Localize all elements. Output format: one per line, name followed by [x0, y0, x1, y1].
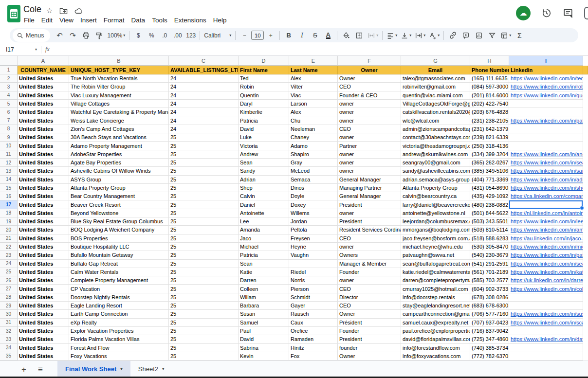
cell-F22[interactable]: owner	[338, 243, 401, 251]
cell-G16[interactable]: calvin@bearcountry.ca	[401, 192, 470, 200]
cell-G18[interactable]: antoinette@yellowstone.nl	[401, 209, 470, 217]
cell-B28[interactable]: Doorstep Nightly Rentals	[69, 293, 169, 302]
cell-H8[interactable]: (231) 642-1379	[470, 125, 509, 133]
row-header-29[interactable]: 29	[0, 302, 18, 310]
cell-I7[interactable]: https://www.linkedin.com/in/pat	[509, 116, 583, 125]
cell-C3[interactable]: 24	[169, 83, 239, 91]
formula-input[interactable]	[50, 43, 588, 55]
cell-F18[interactable]: owner	[338, 209, 401, 217]
cell-B18[interactable]: Beyond Yellowstone	[69, 209, 169, 217]
cell-B26[interactable]: Complete Property Management	[69, 276, 169, 285]
vertical-align-button[interactable]: ▾	[399, 30, 413, 41]
create-filter-button[interactable]	[486, 30, 498, 41]
cell-H24[interactable]: (541) 291-2591	[470, 260, 509, 268]
cell-E18[interactable]: Willems	[289, 209, 338, 217]
cell-E28[interactable]: Schmidt	[289, 293, 338, 302]
cell-B19[interactable]: Blue Sky Real Estate Group Columbus	[69, 217, 169, 226]
cell-B3[interactable]: The Robin Vilter Group	[69, 83, 169, 91]
row-header-3[interactable]: 3	[0, 83, 18, 91]
cell-H30[interactable]: (706) 577-7160	[470, 310, 509, 318]
cell-B22[interactable]: Boutique Hospitality LLC	[69, 243, 169, 251]
cell-E11[interactable]: Shapiro	[289, 150, 338, 159]
cell-A4[interactable]: United States	[18, 91, 69, 100]
cell-A22[interactable]: United States	[18, 243, 69, 251]
cell-D4[interactable]: Quentin	[239, 91, 289, 100]
cell-B12[interactable]: Agate Bay Properties	[69, 159, 169, 167]
cell-F11[interactable]: owner	[338, 150, 401, 159]
cell-H34[interactable]: (740) 385-3734	[470, 344, 509, 352]
cell-H6[interactable]: (203) 676-4828	[470, 108, 509, 116]
cell-D34[interactable]: Sabrina	[239, 344, 289, 352]
cell-E5[interactable]: Larson	[289, 100, 338, 108]
table-views-button[interactable]: ▾	[499, 30, 513, 41]
cell-A9[interactable]: United States	[18, 133, 69, 142]
cell-B35[interactable]: Foxy Vacations	[69, 352, 169, 360]
cell-I21[interactable]: https://au.linkedin.com/in/jaco-f	[509, 234, 583, 243]
increase-font-size-button[interactable]: +	[264, 30, 277, 41]
cell-H27[interactable]: (604) 902-3733	[470, 285, 509, 293]
row-header-22[interactable]: 22	[0, 243, 18, 251]
cell-G6[interactable]: catskillvacation.rentals2020@gm	[401, 108, 470, 116]
row-header-20[interactable]: 20	[0, 226, 18, 234]
cell-I34[interactable]	[509, 344, 583, 352]
cell-C7[interactable]: 24	[169, 116, 239, 125]
cell-A25[interactable]: United States	[18, 268, 69, 276]
cell-A35[interactable]: United States	[18, 352, 69, 360]
cell-A5[interactable]: United States	[18, 100, 69, 108]
cell-H22[interactable]: (530) 305-8470	[470, 243, 509, 251]
cell-C30[interactable]: 25	[169, 310, 239, 318]
cell-G4[interactable]: quentin@viac-miami.com	[401, 91, 470, 100]
row-header-32[interactable]: 32	[0, 327, 18, 335]
cell-A6[interactable]: United States	[18, 108, 69, 116]
cell-F26[interactable]: owner	[338, 276, 401, 285]
font-select[interactable]: Calibri▾	[202, 30, 233, 41]
row-header-23[interactable]: 23	[0, 251, 18, 259]
cell-E16[interactable]: Doyle	[289, 192, 338, 200]
cell-H9[interactable]: (239) 821-6339	[470, 133, 509, 142]
cell-A11[interactable]: United States	[18, 150, 69, 159]
cell-I19[interactable]: https://www.linkedin.com/in/lee	[509, 217, 583, 226]
cell-C15[interactable]: 25	[169, 184, 239, 192]
cell-B7[interactable]: Weiss Lake Concierge	[69, 116, 169, 125]
cell-B27[interactable]: CP Vacation	[69, 285, 169, 293]
cell-F29[interactable]: CEO	[338, 302, 401, 310]
sheet-tab-sheet2[interactable]: Sheet2▾	[130, 361, 172, 377]
row-header-16[interactable]: 16	[0, 192, 18, 200]
cell-D22[interactable]: Michael	[239, 243, 289, 251]
cell-G2[interactable]: talex@tgmassociates.com	[401, 74, 470, 83]
cell-C11[interactable]: 25	[169, 150, 239, 159]
cell-E6[interactable]: Alex	[289, 108, 338, 116]
cell-D10[interactable]: Victoria	[239, 142, 289, 150]
cell-B6[interactable]: Watchful Eye Caretaking & Property Manag…	[69, 108, 169, 116]
cell-C22[interactable]: 25	[169, 243, 239, 251]
menu-edit[interactable]: Edit	[38, 15, 56, 25]
cell-D13[interactable]: Sandy	[239, 167, 289, 175]
cell-H23[interactable]: (540) 230-3679	[470, 251, 509, 259]
menu-extensions[interactable]: Extensions	[171, 15, 210, 25]
row-header-4[interactable]: 4	[0, 91, 18, 100]
row-header-27[interactable]: 27	[0, 285, 18, 293]
cell-A3[interactable]: United States	[18, 83, 69, 91]
cell-A16[interactable]: United States	[18, 192, 69, 200]
column-header-D[interactable]: D	[239, 56, 289, 66]
cell-H11[interactable]: (334) 399-3204	[470, 150, 509, 159]
column-header-G[interactable]: G	[401, 56, 470, 66]
all-sheets-button[interactable]: ≡	[32, 361, 49, 378]
cell-A7[interactable]: United States	[18, 116, 69, 125]
cell-D32[interactable]: Paul	[239, 327, 289, 335]
cell-C35[interactable]: 25	[169, 352, 239, 360]
zoom-select[interactable]: 100%▾	[106, 30, 127, 41]
cell-G25[interactable]: katie.riedel@calmwaterrentals.c	[401, 268, 470, 276]
cell-D14[interactable]: Adrian	[239, 176, 289, 184]
cell-I25[interactable]: https://www.linkedin.com/in/kat	[509, 268, 583, 276]
menu-tools[interactable]: Tools	[148, 15, 171, 25]
cell-A32[interactable]: United States	[18, 327, 69, 335]
cell-E32[interactable]: Orefice	[289, 327, 338, 335]
cell-A30[interactable]: United States	[18, 310, 69, 318]
cell-A24[interactable]: United States	[18, 260, 69, 268]
cell-C20[interactable]: 25	[169, 226, 239, 234]
cell-A21[interactable]: United States	[18, 234, 69, 243]
cell-C25[interactable]: 25	[169, 268, 239, 276]
cell-F25[interactable]: Founder	[338, 268, 401, 276]
cell-C2[interactable]: 24	[169, 74, 239, 83]
